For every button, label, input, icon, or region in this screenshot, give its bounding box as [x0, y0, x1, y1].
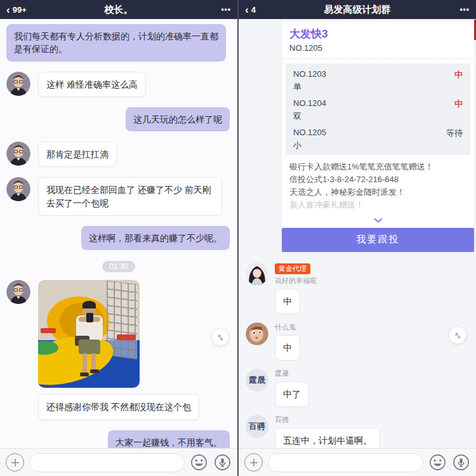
message-input[interactable]	[268, 453, 423, 472]
group-messages: 黄金代理 说好的幸福呢 中	[239, 257, 476, 448]
received-highlight-bubble: 我们每天都有专人分析数据的，计划的准确率一直都是有保证的。	[6, 24, 226, 62]
message-body: 霆晟 中了	[275, 369, 309, 407]
message-body: 什么鬼 中	[275, 322, 300, 360]
promo-line: 新人首冲豪礼赠送！	[289, 199, 466, 211]
received-bubble: 这样 难怪准确率这么高	[38, 72, 146, 97]
member-avatar[interactable]: 霆晟	[246, 369, 268, 392]
promo-line: 银行卡入款赠送1%笔笔充值笔笔赠送！	[289, 161, 466, 173]
promo-line: 倍投公式1-3-8-24-72-216-648	[289, 173, 466, 186]
contact-avatar[interactable]	[6, 142, 30, 166]
group-bubble: 中了	[275, 381, 309, 407]
microphone-icon	[214, 454, 231, 471]
member-name: 说好的幸福呢	[275, 276, 317, 286]
photo-message[interactable]	[38, 280, 140, 388]
row-status: 中	[454, 69, 463, 81]
contact-avatar[interactable]	[6, 177, 30, 201]
plus-button[interactable]	[6, 453, 24, 472]
member-avatar[interactable]	[246, 322, 268, 345]
sent-bubble: 大家一起赚钱，不用客气。	[108, 430, 230, 448]
smiley-icon	[190, 454, 208, 471]
smiley-icon	[429, 454, 446, 471]
row-bet: 单	[293, 81, 326, 93]
row-issue: NO.1204	[293, 98, 326, 108]
group-bubble: 五连中，计划牛逼啊。	[275, 428, 380, 448]
plus-icon	[11, 458, 20, 467]
message-body: 黄金代理 说好的幸福呢 中	[275, 262, 317, 314]
message-row: 还得感谢你带我 不然都没现在这个包	[6, 394, 231, 420]
received-bubble: 还得感谢你带我 不然都没现在这个包	[38, 394, 199, 420]
left-chat-panel: ‹ 99+ 校长。 ••• 我们每天都有专人分析数据的，计划的准确率一直都是有保…	[0, 0, 237, 476]
plus-button[interactable]	[244, 453, 263, 472]
collapse-arrows-button[interactable]	[211, 328, 229, 346]
photo-sandal	[90, 369, 99, 373]
avatar-column	[6, 280, 38, 304]
collapse-arrows-icon	[454, 331, 462, 340]
timestamp: 01:30	[102, 261, 135, 272]
emoji-button[interactable]	[428, 453, 447, 472]
photo-person-shorts	[79, 340, 100, 354]
plus-icon	[249, 458, 258, 467]
member-name: 什么鬼	[275, 322, 300, 332]
message-row: 我现在已经全部回血了 还赚了不少 前天刚去买了一个包呢	[6, 177, 231, 216]
message-input[interactable]	[29, 453, 185, 472]
promo-text: 银行卡入款赠送1%笔笔充值笔笔赠送！ 倍投公式1-3-8-24-72-216-6…	[282, 155, 474, 212]
voice-button[interactable]	[452, 453, 470, 472]
row-status: 中	[454, 98, 463, 110]
timestamp-wrap: 01:30	[0, 260, 237, 272]
group-message: 黄金代理 说好的幸福呢 中	[246, 262, 471, 314]
plan-row: NO.1203 单 中	[293, 69, 463, 93]
sent-bubble: 这几天玩的怎么样了呢	[126, 107, 230, 131]
back-button[interactable]: ‹ 99+	[6, 4, 27, 15]
avatar-column	[6, 177, 38, 201]
photo-person-hair	[83, 301, 96, 308]
photo-person-leg	[83, 354, 87, 373]
promo-line: 天选之人，神秘彩金随时派发！	[289, 186, 466, 199]
badge-row: 黄金代理	[275, 262, 317, 276]
member-avatar[interactable]: 百骋	[246, 415, 268, 438]
row-issue: NO.1205	[293, 128, 326, 137]
group-bubble: 中	[275, 335, 300, 360]
plan-card-header: 大发快3 NO.1205	[282, 22, 474, 59]
plan-rows-panel: NO.1203 单 中 NO.1204 双 中	[286, 63, 470, 155]
current-issue: NO.1205	[289, 43, 466, 53]
contact-avatar[interactable]	[6, 280, 30, 304]
left-message-list: 我们每天都有专人分析数据的，计划的准确率一直都是有保证的。	[0, 19, 237, 448]
left-chat-header: ‹ 99+ 校长。 •••	[0, 0, 237, 19]
collapse-arrows-button[interactable]	[449, 326, 466, 344]
emoji-button[interactable]	[190, 453, 208, 472]
unread-count: 4	[251, 5, 256, 15]
voice-button[interactable]	[213, 453, 232, 472]
member-avatar[interactable]	[246, 262, 268, 285]
row-bet: 小	[293, 140, 326, 151]
photo-phone	[86, 313, 93, 322]
more-menu-button[interactable]: •••	[459, 5, 470, 14]
contact-avatar[interactable]	[6, 72, 30, 96]
chevron-down-icon	[373, 218, 383, 223]
photo-person-leg	[91, 354, 96, 370]
group-bubble: 中	[275, 289, 300, 314]
follow-bet-button[interactable]: 我要跟投	[282, 228, 474, 252]
more-menu-button[interactable]: •••	[221, 5, 231, 14]
sent-bubble: 这样啊，那看来真的赚了不少呢。	[81, 226, 230, 250]
photo-red-stool	[41, 328, 56, 333]
row-status: 等待	[446, 128, 463, 139]
group-message: 什么鬼 中	[246, 322, 471, 360]
received-bubble: 我现在已经全部回血了 还赚了不少 前天刚去买了一个包呢	[38, 177, 222, 216]
lottery-plan-card: 大发快3 NO.1205 NO.1203 单 中 NO.1204	[282, 22, 474, 252]
right-chat-panel: ‹ 4 易发高级计划群 ••• 大发快3 NO.1205 NO.1203 单	[239, 0, 476, 476]
message-row: 这样 难怪准确率这么高	[6, 72, 231, 97]
message-row: 那肯定是扛扛滴	[6, 142, 231, 167]
group-message: 霆晟 霆晟 中了	[246, 369, 471, 407]
right-input-bar	[239, 448, 476, 476]
agent-badge: 黄金代理	[275, 263, 310, 274]
message-group: 我们每天都有专人分析数据的，计划的准确率一直都是有保证的。	[0, 23, 237, 62]
right-chat-header: ‹ 4 易发高级计划群 •••	[239, 0, 476, 19]
expand-toggle[interactable]	[282, 212, 474, 228]
photo-sandal	[80, 373, 89, 376]
back-button[interactable]: ‹ 4	[245, 4, 256, 15]
back-chevron-icon: ‹	[6, 4, 10, 15]
member-name: 百骋	[275, 415, 380, 425]
avatar-column	[6, 72, 38, 96]
row-bet: 双	[293, 110, 326, 122]
plan-row: NO.1204 双 中	[293, 98, 463, 122]
